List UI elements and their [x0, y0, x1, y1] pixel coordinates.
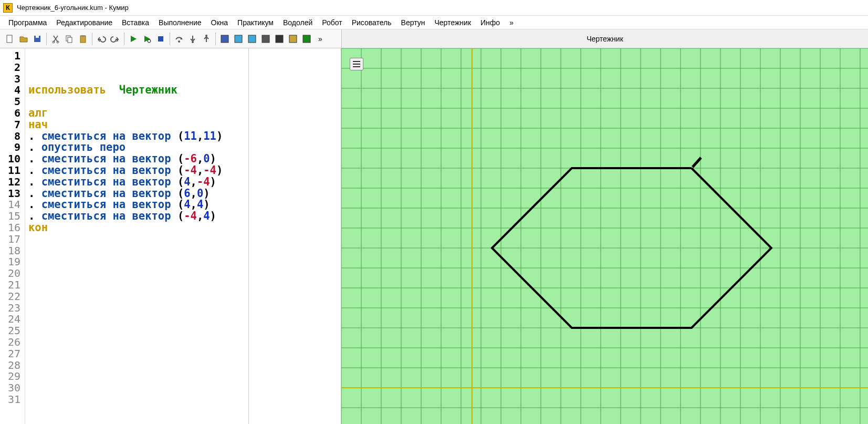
- menu-Рисователь[interactable]: Рисователь: [348, 17, 396, 28]
- code-line[interactable]: использовать Чертежник: [28, 85, 338, 96]
- toolbtn-module-2[interactable]: [232, 32, 245, 46]
- toolbtn-module-3[interactable]: [245, 32, 259, 46]
- line-number: 22: [0, 291, 20, 303]
- app-icon: К: [3, 3, 13, 13]
- hamburger-icon: [353, 61, 360, 62]
- code-line[interactable]: алг: [28, 108, 338, 119]
- toolbtn-run-visible[interactable]: [140, 32, 154, 46]
- code-area[interactable]: 1234567891011121314151617181920212223242…: [0, 48, 341, 424]
- toolbtn-undo[interactable]: [95, 32, 108, 46]
- line-number: 17: [0, 234, 20, 245]
- module-7-icon: [302, 34, 311, 44]
- svg-rect-18: [276, 35, 283, 43]
- menu-Водолей[interactable]: Водолей: [279, 17, 317, 28]
- code-line[interactable]: . сместиться на вектор (-6,0): [28, 153, 338, 165]
- line-number: 5: [0, 96, 20, 108]
- paste-icon: [78, 34, 88, 44]
- svg-point-11: [178, 40, 180, 43]
- menu-»[interactable]: »: [505, 17, 518, 28]
- right-panel-title-label: Чертежник: [587, 35, 623, 43]
- copy-icon: [65, 34, 74, 44]
- toolbtn-new[interactable]: [3, 32, 17, 46]
- svg-rect-15: [235, 35, 242, 43]
- toolbtn-copy[interactable]: [62, 32, 76, 46]
- svg-rect-8: [81, 35, 85, 37]
- line-number: 30: [0, 382, 20, 394]
- toolbtn-module-6[interactable]: [286, 32, 300, 46]
- line-number: 13: [0, 188, 20, 200]
- line-number: 28: [0, 360, 20, 371]
- toolbtn-open[interactable]: [17, 32, 30, 46]
- line-number: 4: [0, 85, 20, 96]
- code-line[interactable]: нач: [28, 119, 338, 131]
- toolbtn-step-out[interactable]: [200, 32, 213, 46]
- toolbtn-stop[interactable]: [154, 32, 168, 46]
- drawing-canvas-pane: [341, 48, 868, 424]
- cut-icon: [51, 34, 60, 44]
- toolbtn-module-4[interactable]: [259, 32, 273, 46]
- line-number: 31: [0, 394, 20, 406]
- window-title: Чертежник_6-угольник.kum - Кумир: [17, 4, 129, 12]
- svg-rect-20: [303, 35, 310, 43]
- menu-Окна[interactable]: Окна: [207, 17, 233, 28]
- toolbtn-cut[interactable]: [49, 32, 62, 46]
- module-2-icon: [234, 34, 243, 44]
- right-panel-title: Чертежник: [341, 29, 868, 48]
- svg-rect-16: [248, 35, 256, 43]
- code-line[interactable]: . сместиться на вектор (4,4): [28, 199, 338, 211]
- code-line[interactable]: . сместиться на вектор (-4,-4): [28, 165, 338, 177]
- menu-Чертежник[interactable]: Чертежник: [430, 17, 475, 28]
- canvas-menu-button[interactable]: [350, 58, 363, 70]
- svg-point-13: [205, 35, 207, 37]
- toolbtn-run[interactable]: [127, 32, 140, 46]
- menu-Программа[interactable]: Программа: [4, 17, 51, 28]
- drawing-canvas[interactable]: [341, 48, 868, 424]
- menu-Вставка[interactable]: Вставка: [118, 17, 153, 28]
- toolbar-overflow[interactable]: »: [313, 32, 327, 46]
- module-6-icon: [288, 34, 298, 44]
- toolbtn-redo[interactable]: [108, 32, 122, 46]
- code-line[interactable]: [28, 96, 338, 108]
- line-number: 24: [0, 314, 20, 325]
- toolbar-separator: [124, 33, 124, 45]
- app-window: К Чертежник_6-угольник.kum - Кумир Прогр…: [0, 0, 868, 424]
- code-line[interactable]: . опустить перо: [28, 142, 338, 153]
- svg-rect-14: [221, 35, 228, 43]
- app-icon-letter: К: [6, 4, 10, 12]
- toolbtn-module-7[interactable]: [300, 32, 313, 46]
- toolbtn-module-5[interactable]: [273, 32, 286, 46]
- code-line[interactable]: . сместиться на вектор (4,-4): [28, 177, 338, 188]
- menu-Вертун[interactable]: Вертун: [397, 17, 430, 28]
- svg-rect-6: [68, 37, 72, 43]
- code-line[interactable]: . сместиться на вектор (11,11): [28, 131, 338, 142]
- menu-Инфо[interactable]: Инфо: [476, 17, 504, 28]
- menu-Практикум[interactable]: Практикум: [233, 17, 278, 28]
- menu-Редактирование[interactable]: Редактирование: [52, 17, 117, 28]
- toolbar-separator: [92, 33, 92, 45]
- line-number: 27: [0, 348, 20, 360]
- menu-Выполнение[interactable]: Выполнение: [154, 17, 205, 28]
- code-line[interactable]: кон: [28, 222, 338, 234]
- toolbtn-save[interactable]: [30, 32, 44, 46]
- toolbtn-paste[interactable]: [76, 32, 90, 46]
- run-visible-icon: [142, 34, 152, 44]
- toolbtn-module-1[interactable]: [218, 32, 232, 46]
- line-number: 15: [0, 211, 20, 222]
- code-line[interactable]: . сместиться на вектор (6,0): [28, 188, 338, 200]
- module-4-icon: [261, 34, 270, 44]
- line-number: 21: [0, 280, 20, 291]
- menu-Робот[interactable]: Робот: [318, 17, 346, 28]
- svg-point-12: [192, 41, 194, 43]
- code-line[interactable]: . сместиться на вектор (-4,4): [28, 211, 338, 222]
- line-number: 1: [0, 50, 20, 62]
- toolbtn-step-into[interactable]: [186, 32, 200, 46]
- svg-rect-0: [7, 35, 12, 43]
- toolbtn-step-over[interactable]: [172, 32, 186, 46]
- line-number-gutter: 1234567891011121314151617181920212223242…: [0, 48, 25, 424]
- code-editor[interactable]: использовать Чертежник алгнач. сместитьс…: [25, 48, 341, 424]
- module-3-icon: [247, 34, 257, 44]
- toolbar-separator: [215, 33, 216, 45]
- titlebar: К Чертежник_6-угольник.kum - Кумир: [0, 0, 868, 16]
- line-number: 6: [0, 108, 20, 119]
- stop-icon: [156, 34, 165, 44]
